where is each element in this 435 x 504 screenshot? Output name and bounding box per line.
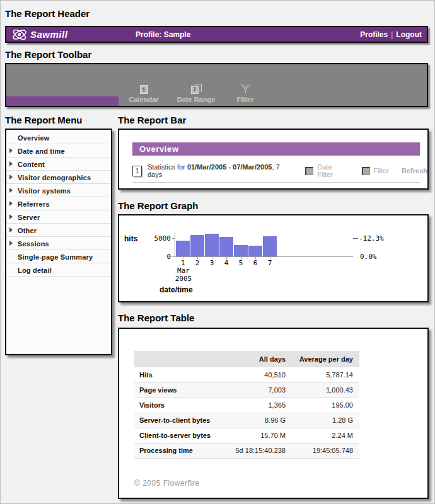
filter-button[interactable]: Filter <box>222 84 269 103</box>
menu-item-label: Content <box>18 161 45 168</box>
menu-item-sessions[interactable]: Sessions <box>6 237 111 250</box>
table-header-row: All days Average per day <box>134 351 359 367</box>
menu-item-label: Sessions <box>18 240 49 248</box>
toolbar-buttons: 1 Calendar 7 Date Range Filter <box>117 84 269 103</box>
statistics-text: Statistics for 01/Mar/2005 - 07/Mar/2005… <box>148 163 295 178</box>
app-header-bar: Sawmill Profile: Sample Profiles | Logou… <box>5 26 428 43</box>
row-average-value: 1.28 G <box>292 413 359 428</box>
table-row-hits: Hits40,5105,787.14 <box>134 367 359 382</box>
bar-day-5 <box>234 245 248 256</box>
filter-checkbox[interactable] <box>362 167 370 175</box>
row-label: Processing time <box>134 443 229 458</box>
chevron-right-icon <box>9 214 13 219</box>
column-header-average: Average per day <box>292 351 359 367</box>
menu-item-log-detail[interactable]: Log detail <box>6 263 111 277</box>
x-tick-label: 5 <box>234 259 248 267</box>
bar-day-1 <box>176 241 190 256</box>
chevron-right-icon <box>9 148 13 153</box>
chevron-right-icon <box>9 201 13 206</box>
column-header-all-days: All days <box>229 351 292 367</box>
menu-item-label: Server <box>18 214 40 221</box>
row-all-days-value: 15.70 M <box>229 428 292 443</box>
menu-item-date-and-time[interactable]: Date and time <box>6 144 111 158</box>
menu-item-visitor-demographics[interactable]: Visitor demographics <box>6 171 111 184</box>
sawmill-logo-icon <box>11 28 28 41</box>
menu-item-label: Date and time <box>18 147 65 155</box>
section-title-table: The Report Table <box>118 312 194 323</box>
table-row-server-to-client-bytes: Server-to-client bytes8.96 G1.28 G <box>134 413 359 428</box>
chevron-right-icon <box>9 241 13 246</box>
profiles-link[interactable]: Profiles <box>360 30 388 39</box>
right-axis-tick <box>353 238 358 239</box>
x-axis-label: date/time <box>160 285 193 294</box>
refresh-button[interactable]: Refresh <box>402 167 427 175</box>
row-average-value: 19:45:05.748 <box>292 443 359 458</box>
link-separator: | <box>388 30 396 39</box>
month-label: Mar 2005 <box>172 266 195 283</box>
column-header-metric <box>134 351 229 367</box>
menu-item-server[interactable]: Server <box>6 210 111 224</box>
year-line: 2005 <box>172 275 195 283</box>
menu-item-other[interactable]: Other <box>6 224 111 237</box>
row-all-days-value: 1,365 <box>229 398 292 413</box>
table-row-processing-time: Processing time5d 18:15:40.23819:45:05.7… <box>134 443 359 458</box>
menu-item-content[interactable]: Content <box>6 158 111 171</box>
y-axis-label: hits <box>124 234 137 243</box>
date-filter-checkbox[interactable] <box>305 167 313 175</box>
menu-item-overview[interactable]: Overview <box>6 131 111 144</box>
x-tick-label: 7 <box>263 259 277 267</box>
logout-link[interactable]: Logout <box>396 30 422 39</box>
calendar-1-icon: 1 <box>140 85 148 94</box>
bar-chart: hits 5000 0 1234567 Mar 2005 -12.3% 0.0%… <box>119 215 427 301</box>
menu-item-label: Visitor demographics <box>18 174 91 181</box>
chevron-right-icon <box>9 227 13 232</box>
date-range-button[interactable]: 7 Date Range <box>170 84 222 103</box>
row-average-value: 2.24 M <box>292 428 359 443</box>
statistics-prefix: Statistics for <box>148 163 187 171</box>
report-menu: OverviewDate and timeContentVisitor demo… <box>5 129 112 355</box>
section-title-graph: The Report Graph <box>118 200 199 211</box>
chevron-right-icon <box>9 188 13 193</box>
page: The Report Header Sawmill Profile: Sampl… <box>0 0 435 504</box>
menu-item-label: Other <box>18 227 37 234</box>
table-row-page-views: Page views7,0031,000.43 <box>134 382 359 398</box>
funnel-icon <box>240 84 251 94</box>
row-all-days-value: 8.96 G <box>229 413 292 428</box>
filter-button-label: Filter <box>237 96 254 103</box>
calendar-button[interactable]: 1 Calendar <box>117 84 170 103</box>
header-links: Profiles | Logout <box>360 30 422 39</box>
calendar-7-icon: 7 <box>191 84 202 94</box>
x-tick-label: 6 <box>248 259 262 267</box>
right-axis-label-top: -12.3% <box>359 234 384 243</box>
row-label: Visitors <box>134 398 229 413</box>
report-bar-divider <box>132 182 420 183</box>
statistics-row: 1 Statistics for 01/Mar/2005 - 07/Mar/20… <box>132 163 427 178</box>
menu-item-single-page-summary[interactable]: Single-page Summary <box>6 250 111 263</box>
bar-day-4 <box>219 237 233 256</box>
statistics-date-range: 01/Mar/2005 - 07/Mar/2005 <box>187 163 272 171</box>
y-tick-5000: 5000 <box>146 234 171 243</box>
section-title-menu: The Report Menu <box>5 115 83 125</box>
summary-table: All days Average per day Hits40,5105,787… <box>134 351 359 459</box>
section-title-header: The Report Header <box>5 8 90 19</box>
row-average-value: 5,787.14 <box>292 367 359 382</box>
section-title-toolbar: The Report Toolbar <box>5 49 91 60</box>
bar-day-7 <box>263 236 277 256</box>
menu-item-referrers[interactable]: Referrers <box>6 197 111 210</box>
bar-day-6 <box>248 246 262 256</box>
filter-label: Filter <box>374 167 389 175</box>
row-average-value: 195.00 <box>292 398 359 413</box>
row-label: Client-to-server bytes <box>134 428 229 443</box>
report-bar: Overview 1 Statistics for 01/Mar/2005 - … <box>118 129 429 190</box>
y-axis-line <box>175 232 175 257</box>
row-label: Server-to-client bytes <box>134 413 229 428</box>
menu-item-visitor-systems[interactable]: Visitor systems <box>6 184 111 197</box>
calendar-front-page: 7 <box>191 86 199 94</box>
bar-day-2 <box>190 235 204 256</box>
chevron-right-icon <box>9 175 13 180</box>
menu-item-label: Single-page Summary <box>18 253 93 261</box>
row-label: Hits <box>134 367 229 382</box>
section-title-bar: The Report Bar <box>118 115 186 125</box>
copyright-text: © 2005 Flowerfire <box>134 479 199 488</box>
calendar-page-icon[interactable]: 1 <box>132 166 142 176</box>
